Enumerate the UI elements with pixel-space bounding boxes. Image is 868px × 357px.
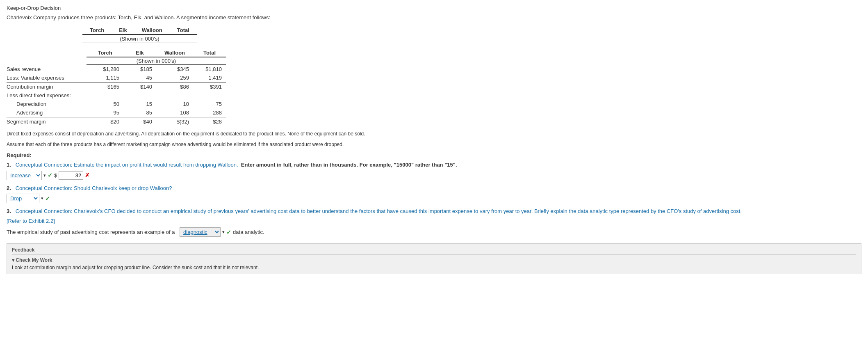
blank3 <box>156 91 193 100</box>
q3-check-icon: ✓ <box>226 229 231 236</box>
depreciation-walloon: 10 <box>156 100 193 108</box>
segment-margin-label: Segment margin <box>7 117 87 126</box>
contribution-margin-torch: $165 <box>87 82 123 92</box>
advertising-elk: 85 <box>123 108 156 117</box>
q3-answer-after: data analytic. <box>233 229 264 235</box>
variable-expenses-elk: 45 <box>123 73 156 82</box>
sales-revenue-total: $1,810 <box>193 65 226 74</box>
q1-increase-dropdown[interactable]: Increase Decrease <box>7 171 42 180</box>
blank-header <box>7 49 87 57</box>
q1-chevron-icon: ▾ <box>43 173 46 178</box>
q3-number: 3. <box>7 208 11 214</box>
segment-margin-torch: $20 <box>87 117 123 126</box>
blank4 <box>193 91 226 100</box>
depreciation-elk: 15 <box>123 100 156 108</box>
col-walloon: Walloon <box>134 26 170 34</box>
q1-number-input[interactable] <box>59 171 83 180</box>
shown-label: (Shown in 000's) <box>82 34 197 43</box>
table-row-depreciation: Depreciation 50 15 10 75 <box>7 100 226 108</box>
q1-number: 1. <box>7 162 11 168</box>
blank1 <box>87 91 123 100</box>
q1-text-part2: Enter amount in full, rather than in tho… <box>239 162 457 168</box>
q3-diagnostic-dropdown[interactable]: descriptive diagnostic predictive prescr… <box>180 227 221 237</box>
note1: Direct fixed expenses consist of depreci… <box>7 130 861 137</box>
q3-refer: [Refer to Exhibit 2.2] <box>7 217 861 225</box>
q3-text: 3. Conceptual Connection: Charlevoix's C… <box>7 207 861 215</box>
sales-revenue-walloon: $345 <box>156 65 193 74</box>
table-row-sales <box>82 43 197 45</box>
q2-text-content: Conceptual Connection: Should Charlevoix… <box>16 185 172 191</box>
q2-number: 2. <box>7 185 11 191</box>
question-2-block: 2. Conceptual Connection: Should Charlev… <box>7 184 861 204</box>
q1-x-icon: ✗ <box>85 172 90 178</box>
page-title: Keep-or-Drop Decision <box>7 5 861 11</box>
advertising-walloon: 108 <box>156 108 193 117</box>
q1-dollar-sign: $ <box>54 172 57 178</box>
q3-answer-before: The empirical study of past advertising … <box>7 229 175 235</box>
col-torch: Torch <box>82 26 112 34</box>
blank-col <box>170 43 197 45</box>
q2-chevron-icon: ▾ <box>41 196 43 201</box>
table-row-advertising: Advertising 95 85 108 288 <box>7 108 226 117</box>
question-3-block: 3. Conceptual Connection: Charlevoix's C… <box>7 207 861 237</box>
shown-in-thousands: (Shown in 000's) <box>87 57 226 65</box>
question-1-block: 1. Conceptual Connection: Estimate the i… <box>7 161 861 180</box>
blank-subheader <box>7 57 87 65</box>
col-header-elk: Elk <box>123 49 156 57</box>
q1-answer-row: Increase Decrease ▾ ✓ $ ✗ <box>7 171 861 180</box>
feedback-body: Look at contribution margin and adjust f… <box>12 265 856 270</box>
sales-revenue-elk: $185 <box>123 65 156 74</box>
q2-check-icon: ✓ <box>45 195 50 202</box>
q1-check-icon: ✓ <box>48 172 52 178</box>
required-label: Required: <box>7 152 861 158</box>
q2-text: 2. Conceptual Connection: Should Charlev… <box>7 184 861 192</box>
table-row-variable-expenses: Less: Variable expenses 1,115 45 259 1,4… <box>7 73 226 82</box>
table-row-direct-fixed-label: Less direct fixed expenses: <box>7 91 226 100</box>
q3-text-content: Conceptual Connection: Charlevoix's CFO … <box>16 208 742 214</box>
check-my-work-row[interactable]: ▾ Check My Work <box>12 257 856 263</box>
variable-expenses-walloon: 259 <box>156 73 193 82</box>
q1-text: 1. Conceptual Connection: Estimate the i… <box>7 161 861 169</box>
q3-refer-text: [Refer to Exhibit 2.2] <box>7 218 55 224</box>
advertising-label: Advertising <box>7 108 87 117</box>
table-row-sales-revenue: Sales revenue $1,280 $185 $345 $1,810 <box>7 65 226 74</box>
variable-expenses-total: 1,419 <box>193 73 226 82</box>
q3-answer-row: The empirical study of past advertising … <box>7 227 861 237</box>
note2: Assume that each of the three products h… <box>7 141 861 148</box>
financial-table: Torch Elk Walloon Total (Shown in 000's) <box>82 26 197 45</box>
main-table: Torch Elk Walloon Total (Shown in 000's)… <box>7 49 226 126</box>
feedback-title: Feedback <box>12 247 856 255</box>
depreciation-torch: 50 <box>87 100 123 108</box>
contribution-margin-elk: $140 <box>123 82 156 92</box>
advertising-total: 288 <box>193 108 226 117</box>
col-header-torch: Torch <box>87 49 123 57</box>
col-elk: Elk <box>112 26 134 34</box>
contribution-margin-total: $391 <box>193 82 226 92</box>
blank2 <box>123 91 156 100</box>
contribution-margin-walloon: $86 <box>156 82 193 92</box>
variable-expenses-label: Less: Variable expenses <box>7 73 87 82</box>
segment-margin-walloon: $(32) <box>156 117 193 126</box>
col-header-total: Total <box>193 49 226 57</box>
blank-col <box>112 43 134 45</box>
q1-text-part1: Conceptual Connection: Estimate the impa… <box>16 162 238 168</box>
feedback-section: Feedback ▾ Check My Work Look at contrib… <box>7 243 861 274</box>
table-row-contribution-margin: Contribution margin $165 $140 $86 $391 <box>7 82 226 92</box>
contribution-margin-label: Contribution margin <box>7 82 87 92</box>
q2-drop-dropdown[interactable]: Keep Drop <box>7 194 39 203</box>
col-header-walloon: Walloon <box>156 49 193 57</box>
advertising-torch: 95 <box>87 108 123 117</box>
col-total: Total <box>170 26 197 34</box>
depreciation-total: 75 <box>193 100 226 108</box>
intro-text: Charlevoix Company produces three produc… <box>7 14 861 21</box>
table-section: Torch Elk Walloon Total (Shown in 000's)… <box>7 49 861 126</box>
segment-margin-elk: $40 <box>123 117 156 126</box>
segment-margin-total: $28 <box>193 117 226 126</box>
sales-revenue-label: Sales revenue <box>7 65 87 74</box>
sales-revenue-torch: $1,280 <box>87 65 123 74</box>
variable-expenses-torch: 1,115 <box>87 73 123 82</box>
blank-col <box>134 43 170 45</box>
table-row-segment-margin: Segment margin $20 $40 $(32) $28 <box>7 117 226 126</box>
direct-fixed-label: Less direct fixed expenses: <box>7 91 87 100</box>
q3-chevron-icon: ▾ <box>222 229 225 235</box>
